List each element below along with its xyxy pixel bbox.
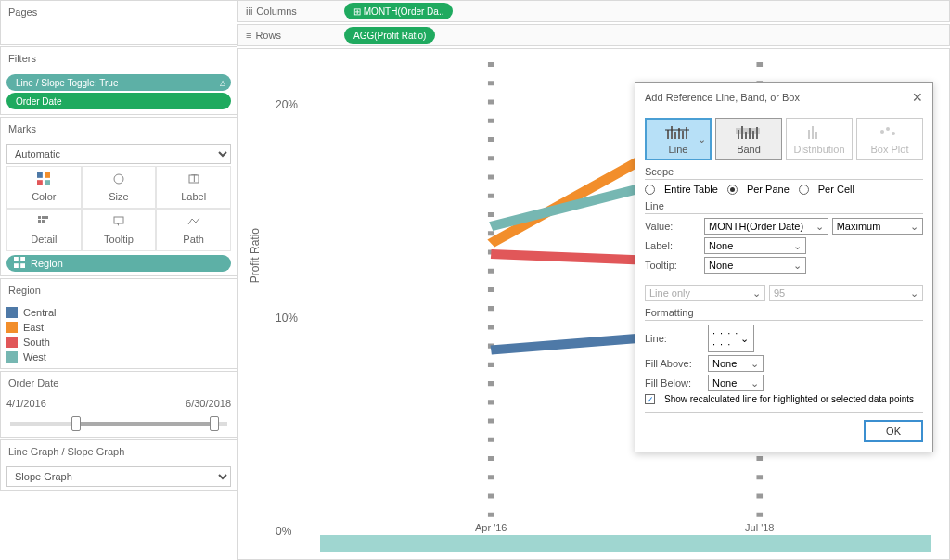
columns-shelf[interactable]: iii Columns ⊞ MONTH(Order Da..	[238, 0, 950, 22]
label-select[interactable]: None	[704, 237, 806, 254]
recalc-checkbox[interactable]: ✓	[645, 394, 655, 404]
legend-swatch	[6, 351, 18, 363]
boxplot-type-icon	[877, 124, 903, 141]
tab-line[interactable]: Line	[645, 118, 712, 160]
svg-rect-1	[45, 172, 50, 178]
toggle-header: Line Graph / Slope Graph	[1, 440, 237, 463]
tab-boxplot[interactable]: Box Plot	[856, 118, 923, 160]
svg-rect-13	[14, 257, 19, 261]
tooltip-select[interactable]: None	[704, 257, 806, 274]
legend-swatch	[6, 337, 18, 348]
marks-color-button[interactable]: Color	[6, 166, 82, 209]
marks-path-button[interactable]: Path	[156, 209, 231, 251]
distribution-type-icon	[806, 124, 832, 141]
slider-handle-right[interactable]	[210, 416, 219, 431]
marks-size-button[interactable]: Size	[82, 166, 157, 209]
marks-tooltip-button[interactable]: Tooltip	[82, 209, 157, 251]
date-end: 6/30/2018	[186, 398, 231, 409]
fill-above-select[interactable]: None	[708, 355, 764, 372]
svg-rect-23	[682, 131, 684, 139]
svg-rect-21	[674, 132, 676, 139]
date-start: 4/1/2016	[6, 398, 46, 409]
close-icon[interactable]: ✕	[912, 90, 923, 105]
rows-shelf[interactable]: ≡ Rows AGG(Profit Ratio)	[238, 24, 950, 46]
label-icon: T	[187, 172, 200, 187]
svg-rect-32	[756, 127, 758, 139]
orderdate-header: Order Date	[1, 372, 237, 394]
svg-rect-7	[38, 216, 41, 219]
svg-rect-34	[812, 126, 814, 139]
toggle-panel: Line Graph / Slope Graph Slope Graph	[0, 439, 238, 491]
color-icon	[37, 172, 50, 187]
svg-rect-30	[749, 128, 751, 139]
x-tick: Apr '16	[475, 522, 507, 533]
formatting-header: Formatting	[645, 307, 923, 321]
legend-item[interactable]: Central	[6, 305, 231, 320]
svg-rect-3	[45, 180, 50, 185]
tab-band[interactable]: Band	[715, 118, 782, 160]
marks-label-button[interactable]: T Label	[156, 166, 231, 209]
rows-pill[interactable]: AGG(Profit Ratio)	[344, 27, 435, 44]
filters-panel: Filters Line / Slope Toggle: True Order …	[0, 46, 238, 115]
radio-per-pane[interactable]	[727, 185, 738, 195]
legend-header: Region	[1, 279, 237, 301]
svg-rect-10	[38, 220, 41, 223]
svg-rect-16	[20, 263, 25, 268]
svg-rect-33	[808, 130, 810, 139]
toggle-select[interactable]: Slope Graph	[6, 466, 231, 487]
detail-icon	[37, 215, 50, 230]
slider-handle-left[interactable]	[71, 416, 81, 431]
legend-swatch	[6, 322, 18, 333]
fill-below-select[interactable]: None	[708, 375, 764, 391]
svg-point-37	[886, 127, 890, 131]
marks-header: Marks	[1, 118, 237, 140]
confidence-select: 95	[769, 285, 923, 301]
dialog-title: Add Reference Line, Band, or Box	[645, 92, 800, 103]
marks-detail-button[interactable]: Detail	[6, 209, 82, 251]
marks-card: Marks Automatic Color Size T Label	[0, 117, 238, 276]
filter-pill-toggle[interactable]: Line / Slope Toggle: True	[6, 74, 231, 91]
pages-panel: Pages	[0, 0, 238, 45]
tooltip-icon	[112, 215, 125, 230]
marks-type-select[interactable]: Automatic	[6, 144, 231, 164]
svg-rect-27	[738, 130, 739, 139]
svg-rect-31	[752, 131, 754, 139]
legend-item[interactable]: South	[6, 335, 231, 350]
line-type-icon	[665, 124, 691, 141]
svg-rect-19	[667, 130, 669, 139]
svg-rect-20	[671, 126, 673, 139]
svg-rect-24	[686, 127, 687, 139]
legend-item[interactable]: West	[6, 350, 231, 364]
tab-distribution[interactable]: Distribution	[786, 118, 853, 160]
radio-entire-table[interactable]	[645, 185, 655, 195]
filters-header: Filters	[1, 47, 237, 70]
filter-pill-orderdate[interactable]: Order Date	[6, 93, 231, 109]
y-tick: 20%	[276, 98, 298, 111]
value-select[interactable]: MONTH(Order Date)	[704, 218, 828, 235]
ok-button[interactable]: OK	[864, 420, 923, 442]
y-axis-label: Profit Ratio	[249, 228, 262, 283]
scope-header: Scope	[645, 166, 923, 180]
color-icon	[14, 257, 25, 270]
svg-rect-9	[45, 216, 48, 219]
x-tick: Jul '18	[745, 522, 774, 533]
date-slider[interactable]	[10, 422, 227, 426]
svg-point-38	[892, 132, 895, 135]
svg-rect-14	[20, 257, 25, 261]
marks-region-pill[interactable]: Region	[6, 255, 231, 272]
rows-icon: ≡	[246, 30, 251, 41]
svg-point-4	[114, 174, 123, 184]
aggregation-select[interactable]: Maximum	[832, 218, 923, 235]
reference-line-dialog: Add Reference Line, Band, or Box ✕ Line …	[635, 82, 933, 452]
columns-pill[interactable]: ⊞ MONTH(Order Da..	[344, 3, 453, 19]
legend-item[interactable]: East	[6, 320, 231, 335]
svg-rect-12	[114, 217, 123, 223]
radio-per-cell[interactable]	[799, 185, 809, 195]
legend-panel: Region CentralEastSouthWest	[0, 278, 238, 369]
size-icon	[112, 172, 125, 187]
line-style-select[interactable]: · · · · · · ·⌄	[708, 325, 754, 352]
svg-rect-2	[37, 180, 43, 185]
svg-rect-28	[741, 126, 743, 139]
pages-header: Pages	[1, 1, 237, 23]
svg-text:T: T	[191, 172, 198, 184]
